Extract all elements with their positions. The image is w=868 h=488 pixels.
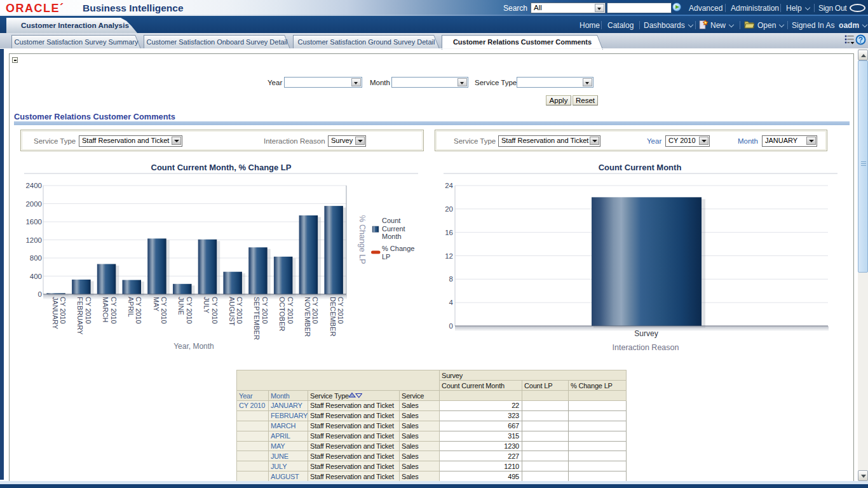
svg-text:LP: LP [382,253,390,261]
svg-text:?: ? [858,36,863,44]
svg-text:% Change LP: % Change LP [358,215,367,264]
svg-text:CY 2010JUNE: CY 2010JUNE [177,297,193,324]
svg-text:Count Current Month, % Change: Count Current Month, % Change LP [151,163,292,172]
svg-text:Count: Count [382,217,400,224]
svg-text:CY 2010APRIL: CY 2010APRIL [127,297,143,324]
svg-text:CY 2010MARCH: CY 2010MARCH [102,297,118,324]
svg-text:% Change: % Change [382,245,414,252]
svg-text:CY 2010FEBRUARY: CY 2010FEBRUARY [76,297,92,335]
svg-text:0: 0 [38,290,42,298]
svg-text:Year, Month: Year, Month [173,342,214,351]
svg-text:CY 2010MAY: CY 2010MAY [153,297,168,324]
svg-text:CY 2010OCTOBER: CY 2010OCTOBER [278,297,294,331]
svg-text:20: 20 [445,205,453,213]
svg-text:0: 0 [449,322,453,330]
svg-text:800: 800 [30,254,42,262]
svg-text:CY 2010AUGUST: CY 2010AUGUST [228,297,244,326]
svg-text:4: 4 [449,299,454,306]
svg-text:Survey: Survey [634,329,658,338]
svg-text:2000: 2000 [25,200,42,208]
svg-text:8: 8 [449,275,453,283]
svg-text:Current: Current [382,225,405,233]
svg-text:Count Current Month: Count Current Month [599,163,682,172]
svg-text:2400: 2400 [25,182,42,189]
svg-text:Interaction Reason: Interaction Reason [613,343,679,352]
svg-text:1600: 1600 [25,218,42,226]
svg-text:400: 400 [30,273,42,280]
svg-text:CY 2010JULY: CY 2010JULY [203,297,219,324]
svg-text:CY 2010JANUARY: CY 2010JANUARY [51,297,67,330]
svg-text:CY 2010NOVEMBER: CY 2010NOVEMBER [304,297,320,337]
svg-text:Month: Month [382,233,402,240]
svg-text:1200: 1200 [25,236,42,244]
svg-text:16: 16 [445,229,453,236]
svg-text:CY 2010SEPTEMBER: CY 2010SEPTEMBER [253,297,269,340]
svg-text:24: 24 [445,182,453,189]
svg-text:12: 12 [445,252,453,260]
svg-text:CY 2010DECEMBER: CY 2010DECEMBER [329,297,345,336]
